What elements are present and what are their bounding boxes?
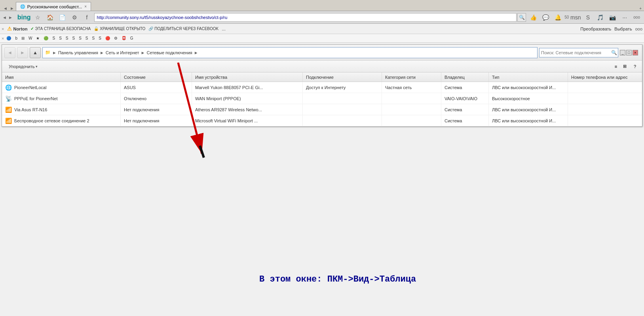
col-header-device[interactable]: Имя устройства	[192, 72, 303, 82]
norton-label: Norton	[13, 27, 27, 31]
safe-badge: ✓ ЭТА СТРАНИЦА БЕЗОПАСНА	[30, 27, 91, 31]
bookmark-icons[interactable]: ★	[34, 35, 41, 42]
top-browser-bar: ◄ ► bing ☆ 🏠 📄 ⚙ f 🔍 👍 💬 🔔 50 msn S 🎵 📷	[0, 11, 644, 24]
bookmark-s5[interactable]: S	[77, 35, 83, 42]
table-row[interactable]: 🌐 PioneerNetLocal ASUS Marvell Yukon 88E…	[2, 82, 642, 93]
table-row[interactable]: 📡 PPPoE for PioneerNet Отключено WAN Min…	[2, 93, 642, 104]
net-icon-2: 📶	[5, 107, 12, 113]
notif-count: 50	[564, 15, 569, 19]
transform-btn[interactable]: Преобразовать	[580, 27, 611, 31]
tab-close-btn[interactable]: ×	[84, 4, 87, 9]
address-search-btn[interactable]: 🔍	[517, 13, 526, 22]
cell-phone-1	[568, 93, 642, 104]
share-icon: 🔗	[148, 27, 153, 31]
active-tab[interactable]: 🌐 Русскоязычное сообщест... ×	[16, 2, 91, 11]
close-x1[interactable]: ×	[2, 27, 4, 31]
cell-owner-3: Система	[441, 115, 489, 126]
icon-fav[interactable]: 🏠	[45, 12, 56, 23]
col-header-owner[interactable]: Владелец	[441, 72, 489, 82]
icon-tools[interactable]: ⚙	[69, 12, 80, 23]
icon-thumbup[interactable]: 👍	[528, 12, 539, 23]
bookmark-s4[interactable]: S	[70, 35, 76, 42]
col-header-name[interactable]: Имя	[2, 72, 121, 82]
bookmark-b[interactable]: b	[13, 35, 19, 42]
browser-fwd-small[interactable]: ►	[10, 6, 14, 11]
exp-search-icon[interactable]: 🔍	[610, 50, 618, 55]
col-header-category[interactable]: Категория сети	[382, 72, 441, 82]
bookmark-s7[interactable]: S	[90, 35, 96, 42]
tab-label: Русскоязычное сообщест...	[27, 4, 82, 9]
col-header-connection[interactable]: Подключение	[303, 72, 382, 82]
cell-name-text-1: PPPoE for PioneerNet	[14, 96, 57, 101]
icon-star[interactable]: ☆	[32, 12, 44, 23]
explorer-window: ◄ ► ▲ 📁 ► Панель управления ► Сеть и Инт…	[2, 44, 642, 127]
view-icon-btn[interactable]: ⊞	[621, 63, 629, 70]
browser-window: ◄ ► 🌐 Русскоязычное сообщест... × + ◄ ► …	[0, 0, 644, 316]
bookmark-s10[interactable]: ⚙	[112, 35, 119, 42]
cell-status-2: Нет подключения	[121, 104, 192, 115]
exp-up-btn[interactable]: ▲	[30, 47, 41, 58]
help-btn[interactable]: ?	[631, 63, 639, 70]
bookmark-bing[interactable]: 🔵	[5, 35, 13, 42]
cell-status-1: Отключено	[121, 93, 192, 104]
bookmark-s12[interactable]: G	[129, 35, 135, 42]
exp-fwd-btn[interactable]: ►	[17, 47, 28, 58]
icon-msn[interactable]: msn	[570, 12, 581, 23]
bookmark-s1[interactable]: S	[51, 35, 57, 42]
browser-back-btn[interactable]: ◄	[2, 15, 7, 20]
icon-page[interactable]: 📄	[57, 12, 68, 23]
bookmark-s2[interactable]: S	[57, 35, 63, 42]
browser-fwd-btn[interactable]: ►	[8, 15, 13, 20]
breadcrumb-part2[interactable]: Сеть и Интернет	[106, 50, 139, 55]
icon-s3[interactable]: 📷	[607, 12, 618, 23]
address-bar-input[interactable]	[94, 13, 517, 22]
bm-bing-icon: 🔵	[6, 36, 11, 40]
maximize-btn[interactable]: □	[626, 50, 632, 55]
table-row[interactable]: 📶 Via Asus RT-N16 Нет подключения Athero…	[2, 104, 642, 115]
more-btn[interactable]: ...	[222, 26, 226, 32]
bookmark-s8[interactable]: S	[97, 35, 103, 42]
cell-device-1: WAN Miniport (PPPOE)	[192, 93, 303, 104]
bookmark-green[interactable]: 🟢	[42, 35, 50, 42]
right-toolbar-icons: 👍 💬 🔔 50 msn S 🎵 📷 ···	[528, 12, 630, 23]
icon-s2[interactable]: 🎵	[595, 12, 606, 23]
bookmark-s11[interactable]: 📮	[120, 35, 128, 42]
cell-type-3: ЛВС или высокоскоростной И...	[489, 115, 568, 126]
bookmark-s6[interactable]: S	[84, 35, 90, 42]
breadcrumb-bar: 📁 ► Панель управления ► Сеть и Интернет …	[42, 47, 538, 58]
exp-search-input[interactable]	[540, 50, 610, 55]
explorer-topbar: ◄ ► ▲ 📁 ► Панель управления ► Сеть и Инт…	[2, 45, 642, 61]
bm-close[interactable]: ×	[2, 36, 4, 41]
table-row[interactable]: 📶 Беспроводное сетевое соединение 2 Нет …	[2, 115, 642, 126]
icon-more-right[interactable]: ···	[619, 12, 630, 23]
bookmark-w[interactable]: W	[27, 35, 34, 42]
bookmark-s3[interactable]: S	[64, 35, 70, 42]
icon-chat[interactable]: 💬	[540, 12, 551, 23]
col-header-status[interactable]: Состояние	[121, 72, 192, 82]
net-icon-3: 📶	[5, 118, 12, 124]
minimize-btn[interactable]: _	[620, 50, 625, 55]
icon-fb[interactable]: f	[82, 12, 93, 23]
col-header-type[interactable]: Тип	[489, 72, 568, 82]
breadcrumb-part1[interactable]: Панель управления	[58, 50, 98, 55]
close-btn[interactable]: ×	[633, 50, 638, 55]
icon-notif[interactable]: 🔔	[552, 12, 563, 23]
browser-more[interactable]: ooo	[632, 15, 642, 19]
breadcrumb-part3[interactable]: Сетевые подключения	[146, 50, 192, 55]
cell-device-3: Microsoft Virtual WiFi Miniport ...	[192, 115, 303, 126]
organize-btn[interactable]: Упорядочить ▾	[5, 63, 41, 70]
cell-category-1	[382, 93, 441, 104]
browser-back-small[interactable]: ◄	[3, 6, 8, 11]
main-content-area: ◄ ► ▲ 📁 ► Панель управления ► Сеть и Инт…	[0, 43, 644, 316]
icon-s1[interactable]: S	[582, 12, 593, 23]
bookmark-grid[interactable]: ⊞	[20, 35, 26, 42]
select-btn[interactable]: Выбрать	[614, 27, 632, 31]
cell-connection-1	[303, 93, 382, 104]
col-header-phone[interactable]: Номер телефона или адрес	[568, 72, 642, 82]
view-details-btn[interactable]: ≡	[612, 63, 620, 70]
storage-badge: 🔓 ХРАНИЛИЩЕ ОТКРЫТО	[94, 27, 145, 31]
exp-back-btn[interactable]: ◄	[4, 47, 15, 58]
new-tab-btn[interactable]: +	[639, 6, 642, 11]
bookmark-s9[interactable]: 🔴	[104, 35, 112, 42]
more2-btn[interactable]: ooo	[635, 27, 642, 31]
